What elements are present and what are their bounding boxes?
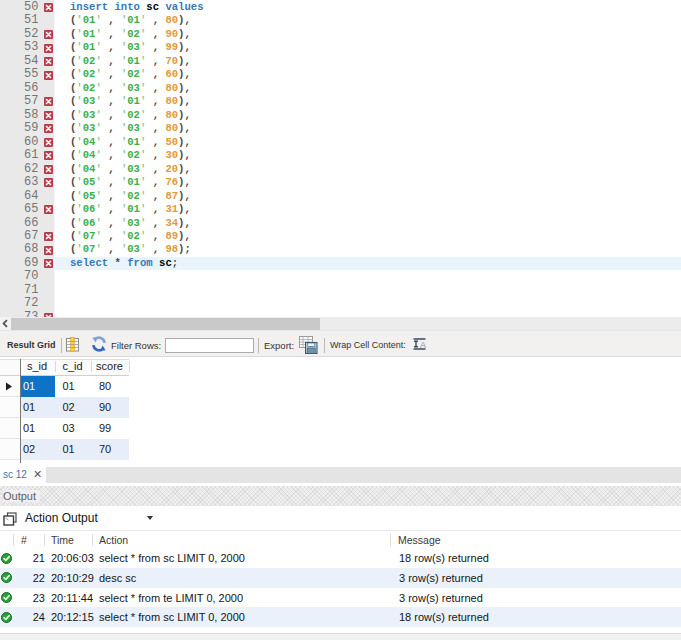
- svg-text:A: A: [420, 340, 426, 350]
